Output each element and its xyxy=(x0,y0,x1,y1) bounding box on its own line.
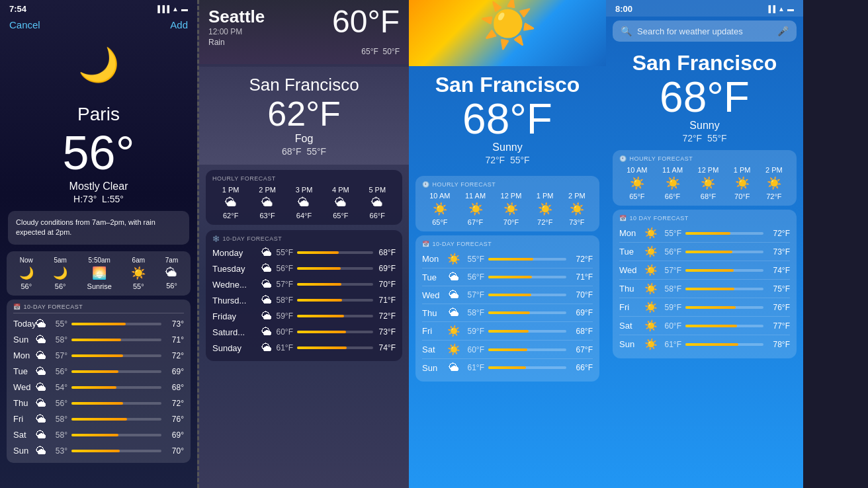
paris-forecast-header: 📅10-DAY FORECAST xyxy=(13,304,184,313)
paris-temp: 56° xyxy=(0,129,197,177)
hour-item: 12 PM☀️68°F xyxy=(698,166,719,200)
hour-item: 1 PM☀️70°F xyxy=(734,166,751,200)
panel-paris: 7:54 ▐▐▐ ▲ ▬ Cancel Add 🌙 Paris 56° Most… xyxy=(0,0,197,488)
hour-item: 2 PM🌥63°F xyxy=(259,186,276,220)
seattle-hilo: 65°F 50°F xyxy=(208,47,400,56)
hour-item: 10 AM☀️65°F xyxy=(429,192,450,226)
search-bar[interactable]: 🔍 Search for weather updates 🎤 xyxy=(613,20,797,42)
p3-forecast-section: 📅10-DAY FORECAST Mon ☀️ 55°F 72°F Tue 🌥 … xyxy=(415,235,599,382)
time-4: 8:00 xyxy=(615,4,632,14)
forecast-row: Monday 🌥 55°F 68°F xyxy=(212,245,396,261)
p4-forecast-section: 📅10 DAY FORECAST Mon ☀️ 55°F 72°F Tue ☀️… xyxy=(613,210,797,358)
forecast-row: Wed 🌥 54° 68° xyxy=(13,380,184,395)
status-bar-1: 7:54 ▐▐▐ ▲ ▬ xyxy=(0,0,197,17)
forecast-row: Mon ☀️ 55°F 72°F xyxy=(422,250,593,268)
paris-hilo: H:73° L:55° xyxy=(0,194,197,204)
p4-forecast-header: 📅10 DAY FORECAST xyxy=(619,215,790,222)
forecast-row: Sun 🌥 53° 70° xyxy=(13,443,184,459)
forecast-row: Mon 🌥 57° 72° xyxy=(13,348,184,364)
sf-search-temp: 68°F xyxy=(615,75,794,120)
hour-item: 3 PM🌥64°F xyxy=(296,186,313,220)
hour-item: 2 PM☀️72°F xyxy=(765,166,783,200)
hour-item: 1 PM🌥62°F xyxy=(222,186,239,220)
paris-condition: Mostly Clear xyxy=(0,181,197,192)
forecast-row: Fri ☀️ 59°F 76°F xyxy=(619,298,790,317)
paris-forecast: 📅10-DAY FORECAST Today 🌥 55° 73° Sun 🌥 5… xyxy=(7,300,191,463)
forecast-row: Fri ☀️ 59°F 68°F xyxy=(422,322,593,341)
forecast-row: Sat ☀️ 60°F 77°F xyxy=(619,317,790,335)
hour-item: 5:50am🌅Sunrise xyxy=(87,257,112,290)
hour-item: 5 PM🌥66°F xyxy=(369,186,386,220)
sf-hero-image: ☀️ xyxy=(409,0,606,66)
panel-sf-sunny: ☀️ San Francisco 68°F Sunny 72°F 55°F 🕙H… xyxy=(409,0,606,488)
sf-search-hilo: 72°F 55°F xyxy=(615,133,794,143)
forecast-row: Wed ☀️ 57°F 74°F xyxy=(619,261,790,280)
forecast-row: Tue 🌥 56° 69° xyxy=(13,364,184,380)
forecast-row: Thu 🌥 58°F 69°F xyxy=(422,304,593,322)
forecast-row: Friday 🌥 59°F 72°F xyxy=(212,308,396,324)
forecast-row: Thursd... 🌥 58°F 71°F xyxy=(212,292,396,308)
seattle-temp: 60°F xyxy=(332,3,400,40)
time-1: 7:54 xyxy=(9,4,26,14)
forecast-row: Thu ☀️ 58°F 75°F xyxy=(619,280,790,298)
hour-item: 4 PM🌥65°F xyxy=(332,186,349,220)
p3-hourly-header: 🕙Hourly Forecast xyxy=(422,181,593,188)
sf-search-main: San Francisco 68°F Sunny 72°F 55°F xyxy=(606,46,803,146)
hour-item: 12 PM☀️70°F xyxy=(501,192,522,226)
mic-icon[interactable]: 🎤 xyxy=(777,26,789,36)
paris-top-actions: Cancel Add xyxy=(0,17,197,36)
signal-icon-4: ▐▐ xyxy=(766,5,775,13)
paris-cloud-note: Cloudy conditions from 7am–2pm, with rai… xyxy=(8,211,189,245)
hour-item: Now🌙56° xyxy=(19,257,34,290)
forecast-row: Wedne... 🌥 57°F 70°F xyxy=(212,276,396,292)
hour-item: 2 PM☀️73°F xyxy=(568,192,586,226)
sf-dark-city: San Francisco xyxy=(208,75,400,95)
forecast-row: Sat 🌥 58° 69° xyxy=(13,427,184,443)
paris-city: Paris xyxy=(0,104,197,125)
sf-sunny-temp: 68°F xyxy=(418,97,597,142)
hour-item: 1 PM☀️72°F xyxy=(537,192,554,226)
forecast-row: Sunday 🌥 61°F 74°F xyxy=(212,340,396,356)
p4-hourly-header: 🕙Hourly Forecast xyxy=(619,155,790,162)
forecast-row: Mon ☀️ 55°F 72°F xyxy=(619,224,790,243)
p2-hourly-section: Hourly Forecast 1 PM🌥62°F2 PM🌥63°F3 PM🌥6… xyxy=(206,170,402,225)
cancel-button[interactable]: Cancel xyxy=(9,19,40,30)
forecast-row: Saturd... 🌥 60°F 73°F xyxy=(212,324,396,340)
hour-item: 7am🌥56° xyxy=(165,257,178,290)
p2-forecast-header: ❄️10-DAY FORECAST xyxy=(212,235,396,242)
seattle-section: Seattle 12:00 PM 60°F Rain 65°F 50°F xyxy=(199,0,409,64)
forecast-row: Thu 🌥 56° 72° xyxy=(13,395,184,411)
add-button[interactable]: Add xyxy=(170,19,188,30)
sf-search-city: San Francisco xyxy=(615,51,794,75)
forecast-row: Wed 🌥 57°F 70°F xyxy=(422,286,593,304)
p4-hourly-section: 🕙Hourly Forecast 10 AM☀️65°F11 AM☀️66°F1… xyxy=(613,150,797,206)
sun-icon: ☀️ xyxy=(479,0,537,51)
hour-item: 6am☀️55° xyxy=(131,257,146,290)
forecast-row: Tue ☀️ 56°F 73°F xyxy=(619,243,790,261)
hour-item: 11 AM☀️66°F xyxy=(662,166,683,200)
sf-sunny-condition: Sunny xyxy=(418,142,597,153)
wifi-icon: ▲ xyxy=(172,5,179,13)
sf-dark-hilo: 68°F 55°F xyxy=(208,146,400,157)
forecast-row: Sat ☀️ 60°F 67°F xyxy=(422,341,593,359)
sf-dark-condition: Fog xyxy=(208,133,400,145)
sf-dark-section: San Francisco 62°F Fog 68°F 55°F xyxy=(199,67,409,165)
p2-forecast-section: ❄️10-DAY FORECAST Monday 🌥 55°F 68°F Tue… xyxy=(206,230,402,361)
search-placeholder: Search for weather updates xyxy=(637,26,772,36)
sf-search-condition: Sunny xyxy=(615,120,794,132)
forecast-row: Tuesday 🌥 56°F 69°F xyxy=(212,261,396,276)
sf-sunny-city: San Francisco xyxy=(418,73,597,97)
hour-item: 11 AM☀️67°F xyxy=(465,192,486,226)
forecast-row: Sun 🌥 61°F 66°F xyxy=(422,359,593,376)
forecast-row: Tue 🌥 56°F 71°F xyxy=(422,268,593,286)
battery-icon: ▬ xyxy=(181,5,188,13)
forecast-row: Fri 🌥 58° 76° xyxy=(13,411,184,427)
forecast-row: Sun ☀️ 61°F 78°F xyxy=(619,335,790,353)
panel-seattle-sf: Seattle 12:00 PM 60°F Rain 65°F 50°F San… xyxy=(197,0,409,488)
p3-forecast-header: 📅10-DAY FORECAST xyxy=(422,241,593,247)
wifi-icon-4: ▲ xyxy=(778,5,785,13)
panel-sf-search: 8:00 ▐▐ ▲ ▬ 🔍 Search for weather updates… xyxy=(606,0,803,488)
hour-item: 10 AM☀️65°F xyxy=(627,166,647,200)
status-bar-4: 8:00 ▐▐ ▲ ▬ xyxy=(606,0,803,17)
sf-sunny-hilo: 72°F 55°F xyxy=(418,155,597,165)
